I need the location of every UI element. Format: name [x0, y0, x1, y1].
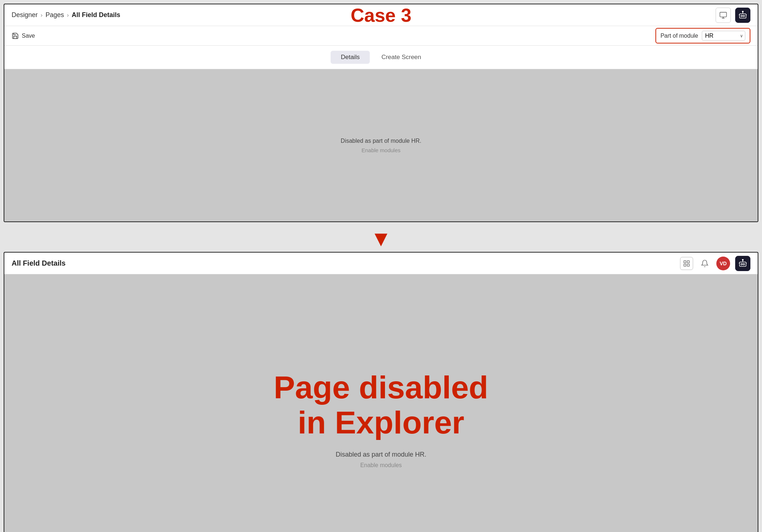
svg-point-5	[743, 15, 745, 17]
save-icon	[12, 32, 19, 40]
breadcrumb: Designer › Pages › All Field Details	[12, 11, 120, 19]
svg-rect-10	[684, 261, 686, 263]
bottom-robot-icon	[738, 259, 747, 268]
grid-icon	[683, 260, 690, 267]
part-of-module-label: Part of module	[660, 33, 698, 39]
bell-icon	[701, 259, 709, 267]
tab-details[interactable]: Details	[331, 51, 370, 64]
top-panel: Designer › Pages › All Field Details Cas…	[4, 4, 758, 222]
case-title: Case 3	[351, 4, 411, 26]
part-of-module-container: Part of module HR Finance Operations IT …	[655, 28, 750, 43]
robot-icon	[738, 11, 747, 20]
breadcrumb-designer[interactable]: Designer	[12, 11, 38, 19]
svg-point-18	[742, 259, 744, 260]
disabled-text: Disabled as part of module HR.	[341, 138, 421, 144]
save-button[interactable]: Save	[12, 32, 35, 40]
bell-icon-btn[interactable]	[698, 257, 711, 270]
monitor-icon-btn[interactable]	[716, 8, 731, 23]
tab-create-screen[interactable]: Create Screen	[371, 51, 431, 64]
arrow-divider: ▼	[0, 226, 762, 252]
save-label: Save	[22, 33, 35, 39]
robot-icon-btn[interactable]	[735, 8, 750, 23]
bottom-header-right: VD	[680, 256, 750, 271]
page-disabled-title: Page disabled in Explorer	[274, 370, 488, 440]
svg-point-15	[741, 263, 742, 265]
avatar[interactable]: VD	[716, 257, 730, 270]
top-header: Designer › Pages › All Field Details Cas…	[4, 4, 758, 26]
grid-icon-btn[interactable]	[680, 257, 693, 270]
module-select-wrapper: HR Finance Operations IT ∨	[702, 31, 745, 41]
breadcrumb-pages[interactable]: Pages	[45, 11, 64, 19]
enable-modules-link[interactable]: Enable modules	[361, 147, 401, 153]
svg-rect-11	[687, 261, 689, 263]
bottom-panel: All Field Details VD	[4, 252, 758, 532]
breadcrumb-sep2: ›	[67, 12, 69, 18]
svg-rect-12	[684, 264, 686, 266]
svg-rect-13	[687, 264, 689, 266]
tabs-row: Details Create Screen	[4, 46, 758, 69]
svg-rect-14	[740, 262, 746, 266]
module-select[interactable]: HR Finance Operations IT	[702, 31, 745, 41]
bottom-disabled-text: Disabled as part of module HR.	[336, 451, 426, 458]
bottom-robot-icon-btn[interactable]	[735, 256, 750, 271]
svg-point-4	[741, 15, 742, 17]
svg-rect-0	[720, 12, 726, 17]
svg-rect-3	[740, 14, 746, 18]
down-arrow-icon: ▼	[370, 228, 392, 250]
bottom-header: All Field Details VD	[4, 253, 758, 274]
bottom-enable-modules-link[interactable]: Enable modules	[360, 462, 402, 469]
breadcrumb-sep1: ›	[41, 12, 42, 18]
breadcrumb-current: All Field Details	[72, 11, 120, 19]
bottom-page-title: All Field Details	[12, 259, 66, 267]
top-content-area: Disabled as part of module HR. Enable mo…	[4, 69, 758, 221]
svg-point-7	[742, 11, 744, 12]
top-header-right	[716, 8, 750, 23]
toolbar-row: Save Part of module HR Finance Operation…	[4, 26, 758, 46]
monitor-icon	[719, 11, 727, 19]
bottom-content-area: Page disabled in Explorer Disabled as pa…	[4, 274, 758, 532]
svg-point-16	[743, 263, 745, 265]
